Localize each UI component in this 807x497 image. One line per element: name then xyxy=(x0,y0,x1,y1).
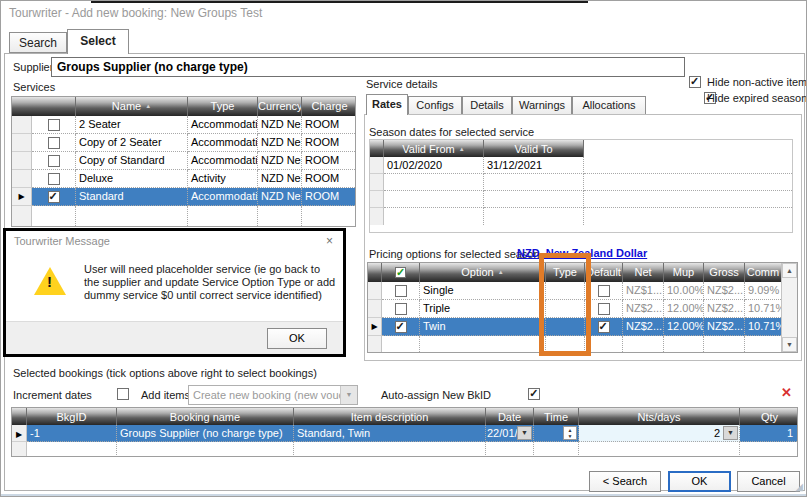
service-checkbox[interactable] xyxy=(48,191,60,203)
spinner-down-icon: ▼ xyxy=(564,433,576,439)
pricing-header-net[interactable]: Net xyxy=(623,263,664,282)
bookings-header-date[interactable]: Date xyxy=(486,408,534,425)
cancel-button[interactable]: Cancel xyxy=(737,471,800,492)
services-header-name[interactable]: Name▲ xyxy=(76,97,188,116)
bookings-grid: BkgID Booking name Item description Date… xyxy=(11,407,798,457)
service-row[interactable]: Copy of Standard Accommodati... NZD Ne..… xyxy=(12,152,355,170)
booking-row-selected[interactable]: ▶ -1 Groups Supplier (no charge type) St… xyxy=(12,425,797,442)
service-checkbox[interactable] xyxy=(48,137,60,149)
pricing-row[interactable]: Single NZ$1... 10.00% NZ$2... 9.09% xyxy=(368,282,797,300)
services-header-row: Name▲ Type Currency Charge xyxy=(12,97,355,116)
season-row-empty xyxy=(370,208,792,225)
resize-grip[interactable]: ◢ xyxy=(795,481,803,492)
services-header-type[interactable]: Type xyxy=(188,97,258,116)
service-checkbox[interactable] xyxy=(48,173,60,185)
selected-bookings-label: Selected bookings (tick options above ri… xyxy=(13,367,317,379)
pricing-header-default[interactable]: Default xyxy=(585,263,623,282)
scroll-down-icon[interactable]: ▼ xyxy=(782,337,797,352)
services-header-blank xyxy=(12,97,76,116)
pricing-header-row: Option▲ Type Default Net Mup Gross Comm xyxy=(368,263,797,282)
check-all-checkbox[interactable] xyxy=(395,267,406,278)
nts-dropdown-icon[interactable]: ▼ xyxy=(723,426,738,440)
season-dates-label: Season dates for selected service xyxy=(369,126,534,138)
auto-assign-checkbox[interactable] xyxy=(528,388,540,400)
dialog-title: Tourwriter Message xyxy=(14,235,110,247)
dialog-message: User will need placeholder service (ie g… xyxy=(84,263,336,302)
currency-link[interactable]: NZD, New Zealand Dollar xyxy=(517,247,647,259)
tab-warnings[interactable]: Warnings xyxy=(512,96,572,115)
increment-dates-label: Increment dates xyxy=(13,389,92,401)
bookings-header-qty[interactable]: Qty xyxy=(740,408,798,425)
auto-assign-label: Auto-assign New BkID xyxy=(381,389,491,401)
season-header-valid-from[interactable]: Valid From▲ xyxy=(384,140,484,157)
tab-rates[interactable]: Rates xyxy=(366,94,408,115)
sort-asc-icon: ▲ xyxy=(498,269,504,275)
tourwriter-message-dialog: Tourwriter Message × User will need plac… xyxy=(3,228,346,357)
dialog-ok-button[interactable]: OK xyxy=(267,328,327,349)
hide-expired-label: Hide expired seasons xyxy=(707,92,807,104)
option-checkbox[interactable] xyxy=(395,285,407,297)
search-back-button[interactable]: < Search xyxy=(589,471,661,492)
delete-booking-icon[interactable]: ✕ xyxy=(781,385,792,400)
service-checkbox[interactable] xyxy=(48,119,60,131)
service-row[interactable]: 2 Seater Accommodati... NZD Ne... ROOM xyxy=(12,116,355,134)
increment-dates-checkbox[interactable] xyxy=(117,388,129,400)
pricing-header-option[interactable]: Option▲ xyxy=(420,263,546,282)
option-checkbox[interactable] xyxy=(395,303,407,315)
bookings-header-booking-name[interactable]: Booking name xyxy=(117,408,294,425)
services-header-currency[interactable]: Currency xyxy=(258,97,302,116)
scroll-up-icon[interactable]: ▲ xyxy=(782,263,797,278)
sort-asc-icon: ▲ xyxy=(145,103,151,109)
supplier-field[interactable]: Groups Supplier (no charge type) xyxy=(51,57,685,77)
supplier-label: Supplier xyxy=(13,61,53,73)
dialog-footer: OK xyxy=(6,321,343,354)
service-details-label: Service details xyxy=(366,78,438,90)
season-row-empty xyxy=(370,174,792,191)
pricing-header-gross[interactable]: Gross xyxy=(704,263,745,282)
chevron-down-icon: ▼ xyxy=(340,386,357,404)
screen-edge-artifact xyxy=(91,1,588,3)
option-checkbox[interactable] xyxy=(395,321,407,333)
window-title: Tourwriter - Add new booking: New Groups… xyxy=(9,6,262,20)
default-checkbox[interactable] xyxy=(598,321,610,333)
tab-select[interactable]: Select xyxy=(67,29,129,54)
services-header-charge[interactable]: Charge xyxy=(302,97,356,116)
pricing-row[interactable]: Triple NZ$2... 12.00% NZ$2... 10.71% xyxy=(368,300,797,318)
season-dates-grid: Valid From▲ Valid To 01/02/2020 31/12/20… xyxy=(369,139,793,233)
bookings-header-item-description[interactable]: Item description xyxy=(294,408,486,425)
season-header-row: Valid From▲ Valid To xyxy=(370,140,792,157)
pricing-row-selected[interactable]: ▶ Twin NZ$2... 12.00% NZ$2... 10.71% xyxy=(368,318,797,336)
hide-non-active-checkbox[interactable] xyxy=(689,76,701,88)
default-checkbox[interactable] xyxy=(598,303,610,315)
service-row[interactable]: Deluxe Activity NZD Ne... ROOM xyxy=(12,170,355,188)
bookings-header-nts-days[interactable]: Nts/days xyxy=(579,408,740,425)
bookings-header-bkgid[interactable]: BkgID xyxy=(27,408,117,425)
tourwriter-window: Tourwriter - Add new booking: New Groups… xyxy=(0,0,807,497)
date-dropdown-icon[interactable]: ▼ xyxy=(517,426,532,440)
pricing-scrollbar[interactable]: ▲ ▼ xyxy=(781,263,797,352)
ok-button[interactable]: OK xyxy=(668,471,731,492)
default-checkbox[interactable] xyxy=(598,285,610,297)
service-checkbox[interactable] xyxy=(48,155,60,167)
time-spinner[interactable]: ▲▼ xyxy=(563,426,577,440)
pricing-header-comm[interactable]: Comm xyxy=(745,263,781,282)
service-row[interactable]: Copy of 2 Seater Accommodati... NZD Ne..… xyxy=(12,134,355,152)
tab-search[interactable]: Search xyxy=(9,32,67,53)
pricing-header-checkall[interactable] xyxy=(382,263,420,282)
pricing-header-type[interactable]: Type xyxy=(546,263,585,282)
tab-allocations[interactable]: Allocations xyxy=(572,96,646,115)
close-icon[interactable]: × xyxy=(326,234,333,248)
row-selector-icon: ▶ xyxy=(371,322,377,331)
add-items-to-dropdown[interactable]: Create new booking (new voucher) ▼ xyxy=(188,385,358,405)
tab-configs[interactable]: Configs xyxy=(408,96,462,115)
services-label: Services xyxy=(13,81,55,93)
tab-details[interactable]: Details xyxy=(462,96,512,115)
service-row-selected[interactable]: ▶ Standard Accommodati... NZD Ne... ROOM xyxy=(12,188,355,206)
pricing-header-mup[interactable]: Mup xyxy=(664,263,704,282)
service-row-empty xyxy=(12,206,355,226)
sort-asc-icon: ▲ xyxy=(459,146,465,152)
row-selector-icon: ▶ xyxy=(16,430,22,439)
season-row[interactable]: 01/02/2020 31/12/2021 xyxy=(370,157,792,174)
season-header-valid-to[interactable]: Valid To xyxy=(484,140,584,157)
bookings-header-time[interactable]: Time xyxy=(534,408,579,425)
